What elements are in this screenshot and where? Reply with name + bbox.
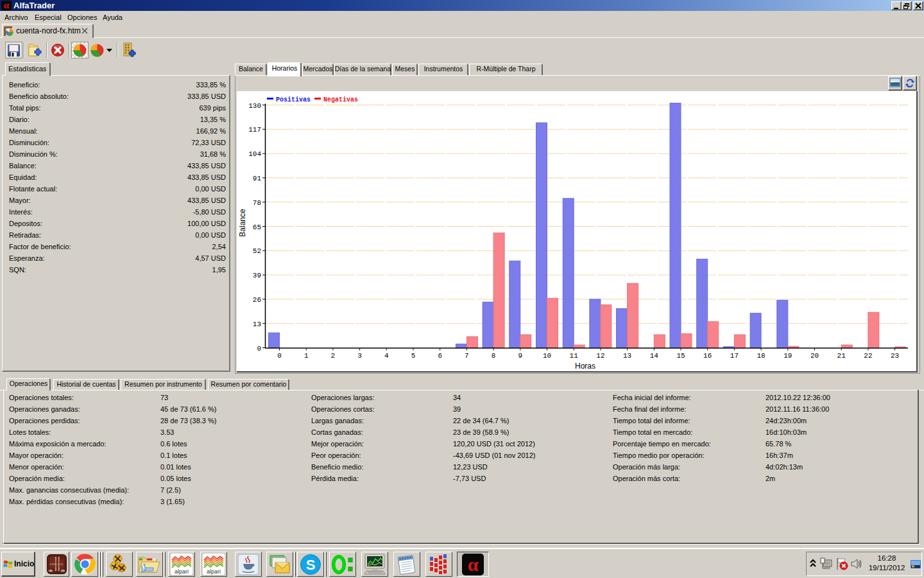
svg-text:S: S <box>306 557 316 573</box>
svg-text:5: 5 <box>411 352 416 360</box>
svg-text:8: 8 <box>492 352 496 360</box>
svg-text:1: 1 <box>304 352 309 360</box>
svg-text:alpari: alpari <box>175 568 189 575</box>
svg-text:0: 0 <box>277 352 282 360</box>
svg-text:Horas: Horas <box>575 362 595 371</box>
svg-text:19: 19 <box>783 352 792 360</box>
svg-text:Positivas: Positivas <box>276 96 311 103</box>
svg-text:α: α <box>468 554 479 575</box>
svg-text:α: α <box>4 1 10 10</box>
svg-text:LINEAGE: LINEAGE <box>50 563 63 566</box>
svg-text:39: 39 <box>253 272 261 279</box>
svg-text:7: 7 <box>465 352 469 360</box>
svg-text:91: 91 <box>253 175 262 182</box>
svg-text:104: 104 <box>248 150 261 158</box>
svg-text:52: 52 <box>253 247 261 255</box>
svg-text:15: 15 <box>676 352 685 360</box>
svg-text:18: 18 <box>757 352 765 360</box>
svg-text:21: 21 <box>837 352 846 360</box>
svg-text:Negativas: Negativas <box>323 96 358 103</box>
svg-text:14: 14 <box>650 352 659 360</box>
svg-text:alpari: alpari <box>207 568 221 575</box>
svg-text:2: 2 <box>331 352 336 360</box>
svg-text:9: 9 <box>518 352 522 360</box>
svg-text:65: 65 <box>253 223 261 231</box>
svg-text:Balance: Balance <box>238 209 247 237</box>
svg-text:23: 23 <box>891 352 899 360</box>
svg-text:16: 16 <box>703 352 712 360</box>
svg-text:12: 12 <box>596 352 604 360</box>
svg-text:26: 26 <box>253 296 261 304</box>
svg-text:6: 6 <box>438 352 442 360</box>
svg-text:10: 10 <box>543 352 551 360</box>
svg-text:3: 3 <box>357 352 362 360</box>
svg-text:22: 22 <box>864 352 872 360</box>
svg-text:13: 13 <box>623 352 631 360</box>
svg-text:78: 78 <box>253 199 261 207</box>
svg-text:4: 4 <box>384 352 389 360</box>
svg-text:13: 13 <box>253 320 261 328</box>
svg-text:130: 130 <box>248 102 261 110</box>
svg-text:20: 20 <box>810 352 819 360</box>
svg-text:0: 0 <box>257 345 261 353</box>
svg-text:117: 117 <box>248 126 261 134</box>
svg-text:11: 11 <box>570 352 579 360</box>
svg-text:17: 17 <box>730 352 739 360</box>
